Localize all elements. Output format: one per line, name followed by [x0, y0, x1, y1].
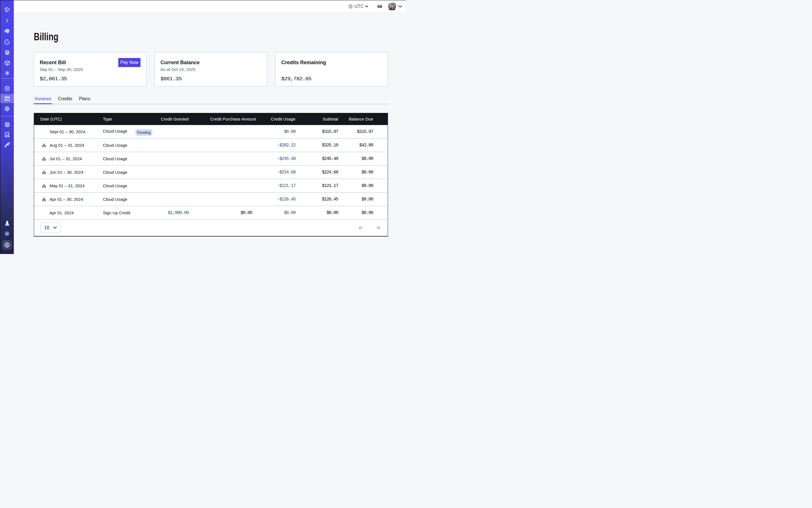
svg-text:$: $ [6, 243, 8, 247]
